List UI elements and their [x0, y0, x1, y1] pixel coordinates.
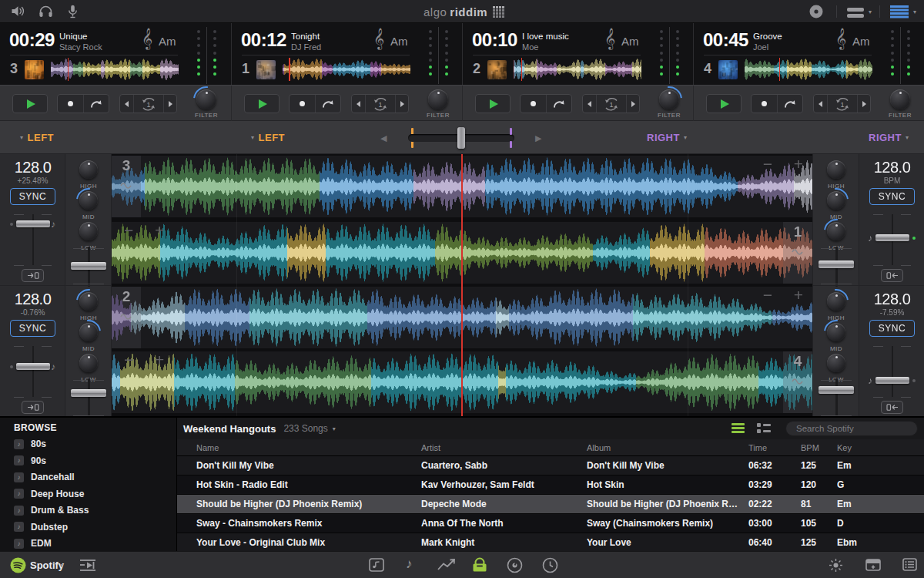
- vinyl-icon[interactable]: [507, 557, 523, 576]
- cue-button[interactable]: [546, 95, 572, 113]
- zoom-in-button[interactable]: +: [794, 156, 803, 174]
- eq-high-knob[interactable]: [79, 292, 98, 311]
- record-button[interactable]: [290, 95, 315, 113]
- loop-double-button[interactable]: [626, 95, 639, 113]
- crossfader-left-arrow[interactable]: ◀: [380, 133, 387, 143]
- zoom-out-button[interactable]: −: [763, 156, 772, 174]
- crate-icon-active[interactable]: [471, 556, 488, 576]
- headphones-icon[interactable]: [38, 5, 53, 21]
- filter-knob[interactable]: [659, 89, 679, 109]
- track-row-selected[interactable]: Should be Higher (DJ Phoenix Remix)Depec…: [177, 495, 924, 514]
- volume-handle[interactable]: [819, 260, 854, 268]
- crossfader[interactable]: ◀ ▶: [377, 121, 547, 154]
- deck-view-caret[interactable]: ▾: [913, 8, 916, 15]
- charts-icon[interactable]: [437, 559, 456, 574]
- key-lock-button[interactable]: [881, 269, 903, 282]
- eq-low-knob[interactable]: [827, 222, 845, 240]
- track-row[interactable]: Hot Skin - Radio EditKav Verhouzer, Sam …: [177, 476, 924, 495]
- detail-view-toggle[interactable]: [757, 423, 771, 433]
- speaker-icon[interactable]: [11, 5, 26, 21]
- play-button[interactable]: [475, 94, 511, 113]
- loop-halve-button[interactable]: [814, 95, 827, 113]
- eq-low-knob[interactable]: [827, 354, 845, 372]
- mixer-layout-caret[interactable]: ▾: [869, 8, 872, 15]
- history-clock-icon[interactable]: [542, 557, 558, 576]
- mixer-layout-icon[interactable]: [847, 7, 864, 21]
- eq-mid-knob[interactable]: [79, 323, 98, 341]
- eq-high-knob[interactable]: [827, 292, 845, 311]
- track-row[interactable]: Your Love - Original Club MixMark Knight…: [177, 533, 924, 553]
- cue-button[interactable]: [315, 95, 341, 113]
- play-button[interactable]: [706, 94, 742, 113]
- volume-handle[interactable]: [71, 389, 106, 397]
- table-header[interactable]: NameArtistAlbumTimeBPMKey: [177, 439, 924, 456]
- loop-double-button[interactable]: [857, 95, 870, 113]
- waveform-mode-icon[interactable]: [120, 182, 132, 190]
- playlist-count[interactable]: 233 Songs: [283, 423, 327, 434]
- key-lock-button[interactable]: [881, 401, 903, 414]
- eq-low-knob[interactable]: [79, 222, 98, 240]
- track-overview-waveform[interactable]: [514, 58, 641, 81]
- eq-mid-knob[interactable]: [827, 323, 845, 341]
- record-button[interactable]: [752, 95, 777, 113]
- volume-handle[interactable]: [71, 262, 106, 270]
- loop-halve-button[interactable]: [120, 95, 133, 113]
- eq-high-knob[interactable]: [827, 160, 845, 179]
- cue-button[interactable]: [83, 95, 109, 113]
- volume-fader[interactable]: [65, 250, 112, 285]
- deck-select-right-1[interactable]: RIGHT▾: [647, 132, 691, 143]
- search-field[interactable]: [785, 421, 918, 436]
- source-selector[interactable]: Spotify: [30, 560, 64, 571]
- pitch-slider[interactable]: ♪: [859, 211, 924, 268]
- deck-select-left-1[interactable]: ▾LEFT: [16, 132, 54, 143]
- queue-icon[interactable]: [79, 559, 96, 575]
- album-view-icon[interactable]: [369, 558, 384, 575]
- loop-halve-button[interactable]: [583, 95, 596, 113]
- pitch-handle[interactable]: [875, 234, 909, 241]
- sidebar-item-dancehall[interactable]: ♪Dancehall: [14, 470, 168, 484]
- sync-button[interactable]: SYNC: [10, 320, 55, 337]
- waveform-mode-icon[interactable]: [792, 378, 804, 385]
- pitch-slider[interactable]: ♪: [859, 343, 924, 400]
- sidebar-item-dubstep[interactable]: ♪Dubstep: [14, 520, 168, 534]
- pitch-handle[interactable]: [16, 220, 50, 227]
- track-overview-waveform[interactable]: [51, 58, 179, 81]
- loop-button[interactable]: 1: [133, 95, 163, 113]
- crossfader-handle[interactable]: [457, 127, 465, 149]
- track-list-icon[interactable]: [902, 558, 917, 574]
- music-note-icon[interactable]: ♪: [406, 556, 413, 572]
- deck-select-left-2[interactable]: ▾LEFT: [247, 132, 285, 143]
- filter-knob[interactable]: [428, 89, 448, 109]
- sync-button[interactable]: SYNC: [869, 188, 915, 205]
- volume-fader[interactable]: [65, 381, 112, 417]
- track-row[interactable]: Sway - Chainsmokers RemixAnna Of The Nor…: [177, 514, 924, 533]
- eq-low-knob[interactable]: [79, 354, 98, 372]
- zoom-in-button[interactable]: +: [794, 287, 803, 305]
- zoom-in-button[interactable]: +: [155, 222, 164, 240]
- sidebar-item-deep-house[interactable]: ♪Deep House: [14, 487, 168, 501]
- loop-double-button[interactable]: [395, 95, 408, 113]
- album-art[interactable]: [256, 60, 276, 79]
- waveform-mode-icon[interactable]: [792, 248, 804, 256]
- album-art[interactable]: [25, 60, 44, 79]
- play-button[interactable]: [244, 94, 280, 113]
- volume-handle[interactable]: [819, 386, 854, 394]
- microphone-icon[interactable]: [68, 5, 78, 22]
- volume-fader[interactable]: [813, 250, 859, 285]
- key-lock-button[interactable]: [22, 269, 44, 282]
- deck-view-icon[interactable]: [890, 5, 909, 22]
- zoom-out-button[interactable]: −: [124, 351, 133, 370]
- sidebar-item-90s[interactable]: ♪90s: [14, 454, 168, 468]
- play-button[interactable]: [12, 94, 48, 113]
- record-button[interactable]: [521, 95, 546, 113]
- brightness-icon[interactable]: [829, 558, 843, 576]
- filter-knob[interactable]: [196, 89, 216, 109]
- eq-high-knob[interactable]: [79, 160, 98, 179]
- pitch-handle[interactable]: [875, 377, 909, 384]
- search-input[interactable]: [796, 424, 915, 433]
- loop-halve-button[interactable]: [352, 95, 365, 113]
- sidebar-item-80s[interactable]: ♪80s: [14, 437, 168, 451]
- zoom-in-button[interactable]: +: [155, 351, 164, 370]
- volume-fader[interactable]: [813, 381, 859, 417]
- loop-button[interactable]: 1: [827, 95, 857, 113]
